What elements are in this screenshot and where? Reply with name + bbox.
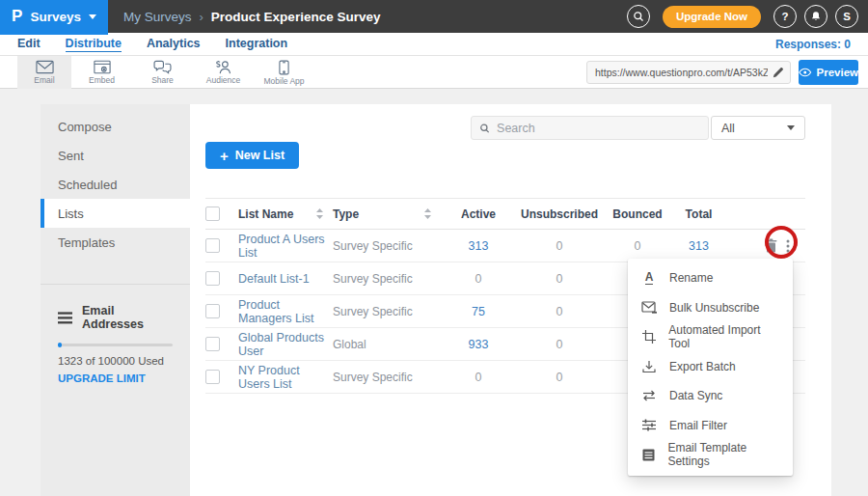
unsubscribed-count: 0: [516, 272, 603, 286]
survey-url-value: https://www.questionpro.com/t/AP53kZgfo: [595, 67, 768, 78]
list-type: Survey Specific: [333, 239, 413, 253]
menu-item-label: Export Batch: [669, 360, 736, 373]
channel-mobile-app-label: Mobile App: [263, 76, 304, 86]
bell-icon: [810, 11, 822, 22]
sidebar-item-compose[interactable]: Compose: [41, 112, 190, 141]
active-count[interactable]: 75: [441, 305, 516, 318]
column-header-list-name: List Name: [238, 207, 293, 221]
embed-icon: [94, 60, 111, 74]
row-checkbox[interactable]: [205, 304, 220, 318]
responses-count-link[interactable]: Responses: 0: [775, 38, 851, 51]
channel-tabs: Email Embed Share Audience Mobile App: [17, 56, 314, 89]
row-checkbox[interactable]: [205, 238, 220, 253]
notifications-button[interactable]: [804, 5, 827, 28]
select-all-checkbox[interactable]: [205, 207, 220, 221]
list-name-link[interactable]: Product A Users List: [238, 233, 333, 260]
column-header-type: Type: [333, 207, 359, 221]
share-icon: [153, 60, 172, 74]
list-type: Survey Specific: [333, 371, 413, 384]
sidebar-item-scheduled[interactable]: Scheduled: [41, 170, 190, 199]
export-batch-icon: [642, 360, 656, 373]
edit-url-button[interactable]: [768, 67, 784, 78]
survey-url-field[interactable]: https://www.questionpro.com/t/AP53kZgfo: [586, 61, 791, 84]
row-checkbox[interactable]: [205, 271, 220, 286]
total-count[interactable]: 313: [672, 239, 725, 253]
menu-item-export-batch[interactable]: Export Batch: [628, 352, 793, 382]
list-type-filter-dropdown[interactable]: All: [711, 116, 805, 140]
list-name-link[interactable]: NY Product Users List: [238, 364, 333, 391]
surveys-product-menu[interactable]: P Surveys: [0, 0, 108, 33]
sort-list-name-button[interactable]: [316, 208, 323, 219]
avatar[interactable]: S: [835, 5, 858, 28]
annotation-highlight-circle: [765, 226, 798, 259]
list-type: Survey Specific: [333, 272, 413, 286]
breadcrumb-survey-title: Product Experience Survey: [211, 10, 381, 24]
email-addresses-section: Email Addresses 1323 of 100000 Used UPGR…: [41, 285, 190, 384]
upgrade-now-button[interactable]: Upgrade Now: [663, 6, 761, 28]
filter-selected-value: All: [721, 122, 735, 135]
channel-audience-label: Audience: [206, 75, 240, 85]
distribute-toolbar: Email Embed Share Audience Mobile App ht…: [0, 56, 868, 89]
email-usage-progress: [58, 344, 173, 346]
column-header-active: Active: [441, 207, 516, 221]
menu-item-label: Rename: [669, 271, 713, 285]
channel-audience[interactable]: Audience: [193, 56, 254, 89]
menu-item-automated-import-tool[interactable]: Automated Import Tool: [628, 322, 793, 352]
sidebar-nav: Compose Sent Scheduled Lists Templates: [41, 104, 190, 257]
tab-integration[interactable]: Integration: [226, 37, 288, 51]
menu-item-label: Bulk Unsubscribe: [669, 301, 759, 315]
channel-email[interactable]: Email: [17, 56, 71, 89]
email-addresses-title: Email Addresses: [82, 304, 173, 331]
channel-share[interactable]: Share: [132, 56, 193, 89]
table-header-row: List Name Type Active Unsubscribed Bounc…: [205, 198, 805, 230]
chevron-down-icon: [787, 125, 795, 130]
unsubscribed-count: 0: [516, 371, 603, 384]
list-options-menu: A Rename Bulk Unsubscribe Automated Impo…: [628, 259, 793, 476]
sidebar-item-sent[interactable]: Sent: [41, 141, 190, 170]
tab-analytics[interactable]: Analytics: [147, 37, 201, 51]
data-sync-icon: [642, 390, 656, 401]
sidebar-item-templates[interactable]: Templates: [41, 228, 190, 257]
sort-type-button[interactable]: [424, 208, 431, 219]
active-count[interactable]: 933: [441, 338, 516, 351]
row-checkbox[interactable]: [205, 370, 220, 384]
menu-item-label: Data Sync: [669, 389, 722, 402]
menu-item-email-template-settings[interactable]: Email Template Settings: [628, 440, 793, 470]
menu-item-bulk-unsubscribe[interactable]: Bulk Unsubscribe: [628, 293, 793, 323]
tab-distribute[interactable]: Distribute: [66, 37, 122, 52]
questionpro-logo: P: [12, 7, 22, 26]
list-name-link[interactable]: Default List-1: [238, 272, 310, 286]
email-filter-icon: [642, 419, 656, 431]
tab-edit[interactable]: Edit: [17, 37, 41, 51]
pencil-icon: [773, 67, 784, 78]
help-button[interactable]: ?: [773, 5, 797, 28]
menu-item-email-filter[interactable]: Email Filter: [628, 411, 793, 441]
column-header-unsubscribed: Unsubscribed: [516, 207, 603, 221]
list-name-link[interactable]: Global Products User: [238, 331, 333, 358]
active-count[interactable]: 313: [441, 239, 516, 253]
unsubscribed-count: 0: [516, 305, 603, 318]
preview-button[interactable]: Preview: [799, 60, 858, 85]
global-search-button[interactable]: [627, 5, 650, 28]
topbar: P Surveys My Surveys › Product Experienc…: [0, 0, 868, 33]
list-search-box[interactable]: [471, 116, 709, 140]
sidebar-item-lists[interactable]: Lists: [41, 199, 190, 228]
new-list-label: New List: [235, 149, 285, 162]
list-name-link[interactable]: Product Managers List: [238, 298, 333, 325]
chevron-down-icon: [89, 14, 96, 19]
preview-label: Preview: [817, 67, 858, 78]
survey-tab-bar: Edit Distribute Analytics Integration Re…: [0, 33, 868, 56]
menu-item-label: Automated Import Tool: [668, 323, 779, 350]
email-usage-text: 1323 of 100000 Used: [58, 355, 173, 367]
row-checkbox[interactable]: [205, 337, 220, 351]
new-list-button[interactable]: + New List: [205, 142, 299, 169]
list-search-input[interactable]: [497, 122, 700, 135]
channel-embed[interactable]: Embed: [71, 56, 132, 89]
menu-item-data-sync[interactable]: Data Sync: [628, 381, 793, 411]
upgrade-limit-link[interactable]: UPGRADE LIMIT: [58, 372, 173, 384]
search-icon: [633, 11, 644, 22]
menu-item-rename[interactable]: A Rename: [628, 263, 793, 293]
email-sidebar: Compose Sent Scheduled Lists Templates E…: [41, 104, 190, 496]
channel-mobile-app[interactable]: Mobile App: [254, 56, 314, 89]
breadcrumb-my-surveys[interactable]: My Surveys: [123, 10, 192, 24]
